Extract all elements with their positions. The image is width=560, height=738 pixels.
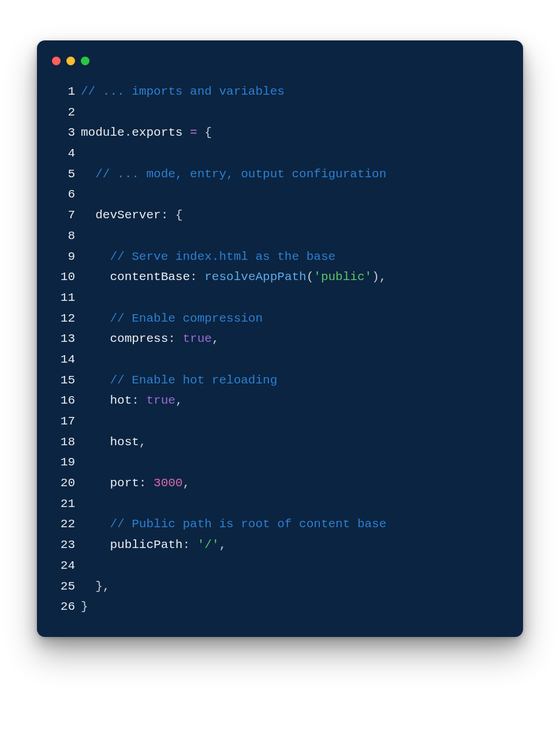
code-line: 13 compress: true, — [50, 329, 510, 349]
line-number: 18 — [50, 432, 75, 453]
code-content: // Enable compression — [75, 308, 510, 329]
code-token: ( — [307, 270, 314, 284]
code-token: module — [81, 126, 125, 139]
code-content — [75, 184, 510, 205]
zoom-icon[interactable] — [81, 57, 89, 65]
code-content — [75, 143, 510, 164]
code-content: module.exports = { — [75, 122, 510, 143]
code-token — [81, 208, 95, 222]
code-content: }, — [75, 576, 510, 597]
code-line: 1// ... imports and variables — [50, 81, 510, 102]
code-content — [75, 411, 510, 432]
line-number: 22 — [50, 514, 75, 535]
code-content — [75, 349, 510, 370]
code-line: 9 // Serve index.html as the base — [50, 247, 510, 267]
code-line: 14 — [50, 349, 510, 370]
code-line: 25 }, — [50, 576, 510, 597]
line-number: 9 — [50, 247, 75, 267]
code-line: 3module.exports = { — [50, 122, 510, 143]
window-titlebar — [50, 53, 510, 69]
code-token — [81, 435, 110, 449]
code-token — [81, 312, 110, 325]
line-number: 6 — [50, 184, 75, 205]
line-number: 16 — [50, 390, 75, 411]
line-number: 4 — [50, 143, 75, 164]
code-line: 8 — [50, 226, 510, 247]
code-line: 19 — [50, 452, 510, 473]
code-window: 1// ... imports and variables2 3module.e… — [37, 40, 523, 637]
code-token: compress — [110, 332, 168, 345]
line-number: 12 — [50, 308, 75, 329]
code-token — [81, 374, 110, 387]
code-token: } — [81, 600, 88, 613]
code-content — [75, 556, 510, 576]
code-token: , — [212, 332, 219, 345]
code-line: 16 hot: true, — [50, 390, 510, 411]
code-token: , — [176, 394, 183, 407]
code-token: . — [125, 126, 132, 139]
code-token: : — [132, 394, 146, 407]
code-token: : { — [161, 208, 183, 222]
code-content — [75, 226, 510, 247]
line-number: 20 — [50, 473, 75, 494]
code-line: 24 — [50, 556, 510, 576]
code-token: // ... imports and variables — [81, 85, 285, 98]
code-token — [81, 517, 110, 531]
code-token: exports — [132, 126, 182, 139]
code-token — [81, 332, 110, 345]
code-token: contentBase — [110, 270, 190, 284]
line-number: 10 — [50, 267, 75, 288]
code-token: true — [182, 332, 211, 345]
code-token: host — [110, 435, 139, 449]
code-line: 4 — [50, 143, 510, 164]
code-token: : — [139, 476, 154, 490]
line-number: 26 — [50, 597, 75, 617]
code-line: 20 port: 3000, — [50, 473, 510, 494]
code-line: 2 — [50, 102, 510, 123]
code-content: port: 3000, — [75, 473, 510, 494]
code-content: // Serve index.html as the base — [75, 247, 510, 267]
code-token: '/' — [197, 538, 219, 551]
code-content: contentBase: resolveAppPath('public'), — [75, 267, 510, 288]
code-token: resolveAppPath — [204, 270, 306, 284]
code-line: 17 — [50, 411, 510, 432]
code-line: 7 devServer: { — [50, 205, 510, 226]
code-token — [81, 167, 95, 181]
code-content: // ... imports and variables — [75, 81, 510, 102]
line-number: 14 — [50, 349, 75, 370]
code-token: = — [190, 126, 197, 139]
code-token: , — [219, 538, 226, 551]
code-token: 3000 — [154, 476, 182, 490]
code-token: : — [182, 538, 197, 551]
code-content: devServer: { — [75, 205, 510, 226]
code-content — [75, 494, 510, 515]
code-token: , — [139, 435, 147, 449]
code-editor: 1// ... imports and variables2 3module.e… — [50, 69, 510, 617]
code-content: // Enable hot reloading — [75, 370, 510, 391]
code-content: hot: true, — [75, 390, 510, 411]
code-token: port — [110, 476, 139, 490]
code-token: ), — [372, 270, 386, 284]
code-content: compress: true, — [75, 329, 510, 349]
code-line: 5 // ... mode, entry, output configurati… — [50, 164, 510, 185]
code-token: : — [190, 270, 204, 284]
line-number: 19 — [50, 452, 75, 473]
code-line: 6 — [50, 184, 510, 205]
line-number: 1 — [50, 81, 75, 102]
code-content: publicPath: '/', — [75, 535, 510, 556]
close-icon[interactable] — [52, 57, 61, 65]
code-content — [75, 102, 510, 123]
code-content — [75, 452, 510, 473]
line-number: 5 — [50, 164, 75, 185]
code-token: 'public' — [313, 270, 372, 284]
line-number: 2 — [50, 102, 75, 123]
page-stage: 1// ... imports and variables2 3module.e… — [0, 0, 560, 738]
code-line: 11 — [50, 288, 510, 308]
code-token: publicPath — [110, 538, 182, 551]
minimize-icon[interactable] — [66, 57, 75, 65]
line-number: 24 — [50, 556, 75, 576]
line-number: 25 — [50, 576, 75, 597]
code-line: 10 contentBase: resolveAppPath('public')… — [50, 267, 510, 288]
code-token — [81, 394, 110, 407]
code-content — [75, 288, 510, 308]
